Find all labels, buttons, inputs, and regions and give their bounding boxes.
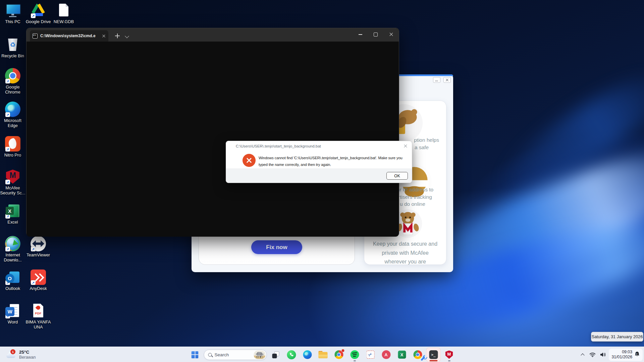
desktop-icon-google-chrome[interactable]: Google Chrome: [0, 68, 30, 95]
windows-logo-icon: [192, 351, 199, 358]
desktop-icon-teamviewer[interactable]: TeamViewer: [21, 236, 55, 257]
shortcut-arrow-icon: [5, 147, 10, 152]
desktop-icon-label: BIMA YANFA UNA: [24, 319, 52, 329]
desktop-icon-bima-pdf[interactable]: BIMA YANFA UNA: [21, 303, 55, 329]
chrome-icon: [5, 68, 20, 83]
chevron-down-icon[interactable]: [123, 31, 131, 41]
minimize-button[interactable]: [433, 77, 440, 83]
date-tooltip: Saturday, 31 January 2026: [591, 332, 643, 342]
task-view-button[interactable]: [269, 348, 283, 362]
desktop-icon-excel[interactable]: Excel: [0, 203, 30, 225]
terminal-tab[interactable]: C:\Windows\system32\cmd.e: [30, 30, 108, 42]
desktop-icon-label: NEW.GDB: [50, 19, 77, 24]
shortcut-arrow-icon: [5, 214, 10, 219]
close-icon[interactable]: [402, 143, 409, 149]
google-drive-icon: [31, 3, 46, 18]
file-explorer-icon: [319, 351, 328, 358]
tray-chevron-up-icon[interactable]: [579, 350, 586, 360]
shortcut-arrow-icon: [31, 13, 36, 18]
search-icon: [208, 353, 212, 357]
weather-temp: 25°C: [19, 350, 36, 355]
shortcut-arrow-icon: [5, 314, 10, 318]
weather-widget[interactable]: 1 25°C Berawan: [3, 347, 38, 362]
desktop-icon-label: AnyDesk: [24, 286, 52, 291]
anydesk-icon: A: [382, 350, 390, 359]
new-tab-button[interactable]: [112, 31, 122, 41]
system-tray: 09:03 31/01/2026 z: [579, 347, 643, 362]
chrome-icon: [413, 350, 422, 359]
desktop-icon-mcafee[interactable]: McAfee Security Sc...: [0, 169, 30, 195]
promo-text-fragment: rtisers tracking: [398, 194, 432, 200]
close-button[interactable]: [443, 77, 451, 83]
promo-text-fragment: a safe: [415, 144, 429, 150]
taskbar-chrome-tools[interactable]: [411, 348, 425, 362]
taskbar-chrome[interactable]: [332, 348, 346, 362]
taskbar-excel[interactable]: X: [395, 348, 409, 362]
taskbar-edge[interactable]: [301, 348, 314, 362]
taskbar-terminal-active[interactable]: >_: [427, 348, 440, 362]
chrome-notification-badge: [341, 349, 345, 352]
snipping-tool-icon: ✂: [366, 351, 374, 359]
outlook-icon: [5, 269, 20, 285]
shortcut-arrow-icon: [5, 79, 10, 83]
shortcut-arrow-icon: [31, 280, 36, 285]
terminal-body[interactable]: [26, 42, 399, 237]
internet-download-manager-icon: [5, 236, 20, 251]
desktop-icon-anydesk[interactable]: AnyDesk: [21, 269, 55, 291]
file-icon: [56, 3, 71, 18]
edge-icon: [5, 102, 20, 117]
close-button[interactable]: [383, 28, 399, 41]
spotify-icon: [350, 350, 359, 359]
pdf-file-icon: [31, 303, 46, 318]
teamviewer-icon: [31, 236, 46, 251]
volume-icon[interactable]: [598, 350, 607, 360]
ok-button[interactable]: OK: [386, 172, 408, 180]
desktop-icon-microsoft-edge[interactable]: Microsoft Edge: [0, 102, 30, 128]
desktop-icon-label: McAfee Security Sc...: [0, 185, 26, 195]
desktop-icon-label: Excel: [0, 220, 26, 225]
taskbar-mcafee[interactable]: [442, 348, 456, 362]
notification-badge: 1: [10, 349, 15, 354]
dialog-footer: OK: [226, 169, 412, 183]
shortcut-arrow-icon: [5, 280, 10, 285]
desktop-icon-label: Nitro Pro: [0, 153, 26, 158]
desktop: This PC Google Drive NEW.GDB Recycle Bin…: [0, 0, 644, 362]
minimize-button[interactable]: [353, 28, 368, 41]
search-daily-image-zebra[interactable]: [254, 351, 266, 359]
terminal-titlebar[interactable]: C:\Windows\system32\cmd.e: [26, 28, 399, 42]
notification-bell-icon[interactable]: z: [634, 351, 640, 358]
maximize-button[interactable]: [368, 28, 383, 41]
shortcut-arrow-icon: [5, 180, 10, 184]
task-view-icon: [272, 351, 279, 358]
desktop-icon-label: Google Chrome: [0, 84, 26, 95]
fix-now-button[interactable]: Fix now: [251, 240, 302, 254]
search-input[interactable]: [215, 352, 251, 357]
tab-close-icon[interactable]: [102, 34, 106, 38]
taskbar-spotify[interactable]: [348, 348, 362, 362]
whatsapp-icon: [287, 350, 296, 359]
excel-icon: X: [398, 351, 406, 359]
desktop-icon-new-gdb[interactable]: NEW.GDB: [47, 3, 80, 24]
taskbar-whatsapp[interactable]: [285, 348, 299, 362]
taskbar: 1 25°C Berawan: [0, 347, 644, 362]
folder-front: [319, 355, 328, 358]
wifi-icon[interactable]: [588, 350, 597, 360]
cmd-icon: [33, 34, 38, 39]
taskbar-search[interactable]: [204, 350, 267, 360]
nitro-pro-icon: [5, 136, 20, 152]
this-pc-icon: [5, 3, 20, 18]
window-controls: [353, 28, 399, 42]
taskbar-anydesk[interactable]: A: [379, 348, 393, 362]
taskbar-file-explorer[interactable]: [316, 348, 330, 362]
promo-text-fragment: ption helps: [414, 137, 439, 143]
taskbar-snipping-tool[interactable]: ✂: [364, 348, 377, 362]
desktop-icon-recycle-bin[interactable]: Recycle Bin: [0, 37, 30, 58]
shortcut-arrow-icon: [5, 112, 10, 117]
start-button[interactable]: [188, 348, 202, 362]
shortcut-arrow-icon: [5, 247, 10, 251]
clock-area[interactable]: 09:03 31/01/2026 z: [609, 349, 643, 361]
desktop-icon-nitro-pro[interactable]: Nitro Pro: [0, 136, 30, 158]
desktop-icon-label: TeamViewer: [24, 252, 52, 257]
adobe-flower-icon: [36, 305, 41, 311]
shortcut-arrow-icon: [31, 247, 36, 251]
